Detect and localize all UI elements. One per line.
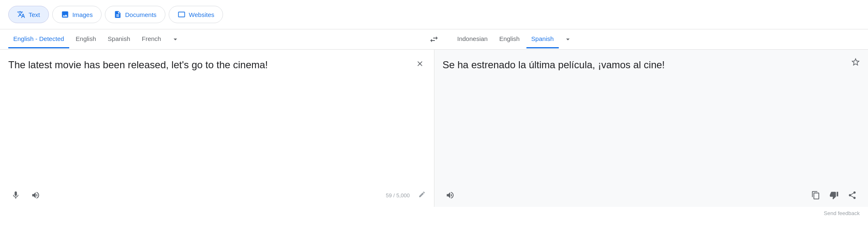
- share-button[interactable]: [845, 188, 860, 203]
- target-lang-indonesian[interactable]: Indonesian: [452, 30, 492, 48]
- pencil-icon: [418, 191, 426, 198]
- share-icon: [848, 191, 857, 200]
- edit-button[interactable]: [418, 191, 426, 200]
- image-icon: [61, 10, 69, 19]
- websites-icon: [177, 10, 186, 19]
- output-text: Se ha estrenado la última película, ¡vam…: [443, 58, 860, 184]
- input-text[interactable]: The latest movie has been released, let'…: [8, 58, 426, 184]
- speaker-icon: [446, 191, 455, 200]
- listen-input-button[interactable]: [28, 188, 43, 203]
- document-icon: [114, 10, 122, 19]
- tab-websites[interactable]: Websites: [169, 6, 223, 23]
- source-lang-french[interactable]: French: [137, 30, 166, 48]
- source-lang-spanish[interactable]: Spanish: [103, 30, 135, 48]
- tab-websites-label: Websites: [189, 11, 214, 18]
- clear-button[interactable]: [413, 57, 427, 70]
- tab-documents-label: Documents: [125, 11, 157, 18]
- send-feedback-link[interactable]: Send feedback: [824, 210, 860, 216]
- target-lang-english[interactable]: English: [494, 30, 524, 48]
- send-feedback-area: Send feedback: [0, 207, 868, 220]
- source-lang-more-button[interactable]: [168, 32, 183, 47]
- swap-languages-button[interactable]: [424, 29, 444, 49]
- target-lang-more-button[interactable]: [560, 32, 575, 47]
- tab-images[interactable]: Images: [52, 6, 102, 23]
- tab-documents[interactable]: Documents: [105, 6, 165, 23]
- microphone-button[interactable]: [8, 188, 23, 203]
- output-panel: Se ha estrenado la última película, ¡vam…: [434, 50, 868, 207]
- input-footer: 59 / 5,000: [8, 184, 426, 203]
- input-panel: The latest movie has been released, let'…: [0, 50, 434, 207]
- tab-images-label: Images: [73, 11, 93, 18]
- target-lang-bar: Indonesian English Spanish: [444, 30, 868, 48]
- source-lang-english-detected[interactable]: English - Detected: [8, 30, 69, 48]
- close-icon: [416, 60, 424, 68]
- source-lang-bar: English - Detected English Spanish Frenc…: [0, 30, 424, 48]
- chevron-down-icon: [171, 35, 179, 43]
- swap-icon: [429, 34, 439, 44]
- star-icon: [851, 57, 861, 67]
- translation-area: The latest movie has been released, let'…: [0, 50, 868, 207]
- save-translation-button[interactable]: [851, 57, 861, 69]
- copy-icon: [811, 191, 820, 200]
- chevron-down-icon: [564, 35, 572, 43]
- source-lang-english[interactable]: English: [71, 30, 101, 48]
- copy-button[interactable]: [808, 188, 823, 203]
- listen-output-button[interactable]: [443, 188, 458, 203]
- output-actions: [808, 188, 860, 203]
- top-bar: Text Images Documents Websites: [0, 0, 868, 29]
- microphone-icon: [11, 191, 20, 200]
- output-footer: [443, 184, 860, 203]
- target-lang-spanish[interactable]: Spanish: [526, 30, 559, 48]
- tab-text-label: Text: [29, 11, 40, 18]
- thumbs-icon: [829, 191, 839, 200]
- rate-translation-button[interactable]: [827, 188, 841, 203]
- translate-icon: [17, 10, 25, 19]
- char-count: 59 / 5,000: [386, 192, 410, 199]
- lang-bars: English - Detected English Spanish Frenc…: [0, 29, 868, 50]
- speaker-icon: [31, 191, 40, 200]
- tab-text[interactable]: Text: [8, 6, 49, 23]
